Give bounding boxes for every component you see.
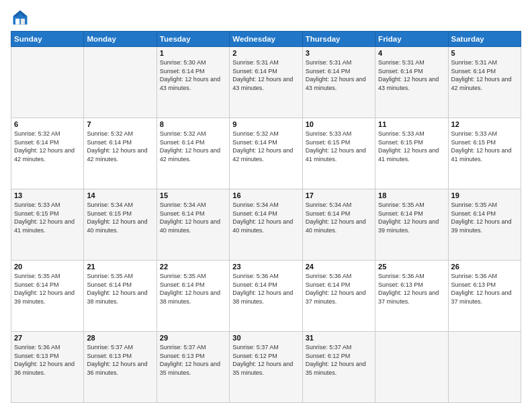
calendar-week-row: 20Sunrise: 5:35 AMSunset: 6:14 PMDayligh…	[11, 261, 521, 332]
day-info: Sunrise: 5:35 AMSunset: 6:14 PMDaylight:…	[160, 272, 226, 306]
day-info: Sunrise: 5:34 AMSunset: 6:14 PMDaylight:…	[306, 201, 372, 234]
day-number: 1	[160, 49, 226, 57]
calendar-cell: 19Sunrise: 5:35 AMSunset: 6:14 PMDayligh…	[448, 189, 521, 261]
day-number: 16	[232, 191, 299, 199]
day-info: Sunrise: 5:34 AMSunset: 6:14 PMDaylight:…	[160, 201, 226, 234]
day-number: 28	[87, 334, 153, 342]
day-info: Sunrise: 5:36 AMSunset: 6:13 PMDaylight:…	[378, 272, 445, 306]
day-number: 14	[87, 191, 153, 199]
day-number: 12	[451, 120, 518, 128]
calendar-week-row: 1Sunrise: 5:30 AMSunset: 6:14 PMDaylight…	[11, 47, 521, 118]
calendar-cell: 4Sunrise: 5:31 AMSunset: 6:14 PMDaylight…	[375, 47, 448, 118]
calendar-cell	[11, 47, 84, 118]
day-number: 25	[378, 263, 445, 271]
day-info: Sunrise: 5:35 AMSunset: 6:14 PMDaylight:…	[14, 272, 81, 306]
day-number: 18	[378, 191, 445, 199]
day-number: 6	[14, 120, 81, 128]
day-number: 4	[378, 49, 445, 57]
day-info: Sunrise: 5:36 AMSunset: 6:14 PMDaylight:…	[232, 272, 299, 306]
calendar-week-row: 6Sunrise: 5:32 AMSunset: 6:14 PMDaylight…	[11, 118, 521, 189]
logo-icon	[11, 8, 30, 27]
day-info: Sunrise: 5:33 AMSunset: 6:15 PMDaylight:…	[306, 130, 372, 163]
day-info: Sunrise: 5:36 AMSunset: 6:13 PMDaylight:…	[14, 343, 81, 377]
day-info: Sunrise: 5:31 AMSunset: 6:14 PMDaylight:…	[378, 58, 445, 92]
calendar-cell: 24Sunrise: 5:36 AMSunset: 6:14 PMDayligh…	[302, 261, 375, 332]
day-number: 22	[160, 263, 226, 271]
calendar-cell	[375, 332, 448, 403]
day-number: 20	[14, 263, 81, 271]
weekday-header: Monday	[84, 32, 157, 47]
day-number: 27	[14, 334, 81, 342]
page: SundayMondayTuesdayWednesdayThursdayFrid…	[0, 0, 532, 411]
day-number: 24	[306, 263, 372, 271]
calendar-cell: 5Sunrise: 5:31 AMSunset: 6:14 PMDaylight…	[448, 47, 521, 118]
logo	[11, 8, 32, 27]
header	[11, 8, 521, 27]
calendar-cell: 7Sunrise: 5:32 AMSunset: 6:14 PMDaylight…	[84, 118, 157, 189]
weekday-header: Sunday	[11, 32, 84, 47]
day-number: 31	[306, 334, 372, 342]
day-number: 3	[306, 49, 372, 57]
day-info: Sunrise: 5:35 AMSunset: 6:14 PMDaylight:…	[87, 272, 153, 306]
calendar-cell: 20Sunrise: 5:35 AMSunset: 6:14 PMDayligh…	[11, 261, 84, 332]
calendar-cell: 22Sunrise: 5:35 AMSunset: 6:14 PMDayligh…	[157, 261, 229, 332]
day-info: Sunrise: 5:36 AMSunset: 6:13 PMDaylight:…	[451, 272, 518, 306]
day-number: 2	[232, 49, 299, 57]
weekday-header: Saturday	[448, 32, 521, 47]
day-info: Sunrise: 5:31 AMSunset: 6:14 PMDaylight:…	[451, 58, 518, 92]
day-info: Sunrise: 5:32 AMSunset: 6:14 PMDaylight:…	[160, 130, 226, 163]
day-info: Sunrise: 5:32 AMSunset: 6:14 PMDaylight:…	[232, 130, 299, 163]
day-number: 11	[378, 120, 445, 128]
day-info: Sunrise: 5:32 AMSunset: 6:14 PMDaylight:…	[87, 130, 153, 163]
day-number: 5	[451, 49, 518, 57]
day-info: Sunrise: 5:34 AMSunset: 6:15 PMDaylight:…	[87, 201, 153, 234]
day-number: 21	[87, 263, 153, 271]
day-info: Sunrise: 5:31 AMSunset: 6:14 PMDaylight:…	[232, 58, 299, 92]
day-info: Sunrise: 5:35 AMSunset: 6:14 PMDaylight:…	[451, 201, 518, 234]
calendar-week-row: 27Sunrise: 5:36 AMSunset: 6:13 PMDayligh…	[11, 332, 521, 403]
calendar-cell	[448, 332, 521, 403]
day-number: 10	[306, 120, 372, 128]
day-number: 23	[232, 263, 299, 271]
calendar-cell: 17Sunrise: 5:34 AMSunset: 6:14 PMDayligh…	[302, 189, 375, 261]
day-number: 29	[160, 334, 226, 342]
calendar-cell	[84, 47, 157, 118]
calendar-cell: 12Sunrise: 5:33 AMSunset: 6:15 PMDayligh…	[448, 118, 521, 189]
calendar-cell: 30Sunrise: 5:37 AMSunset: 6:12 PMDayligh…	[230, 332, 302, 403]
day-info: Sunrise: 5:30 AMSunset: 6:14 PMDaylight:…	[160, 58, 226, 92]
day-info: Sunrise: 5:33 AMSunset: 6:15 PMDaylight:…	[378, 130, 445, 163]
day-info: Sunrise: 5:33 AMSunset: 6:15 PMDaylight:…	[451, 130, 518, 163]
weekday-header: Tuesday	[157, 32, 229, 47]
calendar-week-row: 13Sunrise: 5:33 AMSunset: 6:15 PMDayligh…	[11, 189, 521, 261]
calendar-cell: 16Sunrise: 5:34 AMSunset: 6:14 PMDayligh…	[230, 189, 302, 261]
calendar-cell: 29Sunrise: 5:37 AMSunset: 6:13 PMDayligh…	[157, 332, 229, 403]
calendar-table: SundayMondayTuesdayWednesdayThursdayFrid…	[11, 31, 521, 403]
calendar-cell: 18Sunrise: 5:35 AMSunset: 6:14 PMDayligh…	[375, 189, 448, 261]
calendar-cell: 27Sunrise: 5:36 AMSunset: 6:13 PMDayligh…	[11, 332, 84, 403]
weekday-header-row: SundayMondayTuesdayWednesdayThursdayFrid…	[11, 32, 521, 47]
day-number: 7	[87, 120, 153, 128]
calendar-cell: 26Sunrise: 5:36 AMSunset: 6:13 PMDayligh…	[448, 261, 521, 332]
calendar-cell: 13Sunrise: 5:33 AMSunset: 6:15 PMDayligh…	[11, 189, 84, 261]
day-info: Sunrise: 5:32 AMSunset: 6:14 PMDaylight:…	[14, 130, 81, 163]
day-info: Sunrise: 5:34 AMSunset: 6:14 PMDaylight:…	[232, 201, 299, 234]
weekday-header: Friday	[375, 32, 448, 47]
calendar-cell: 31Sunrise: 5:37 AMSunset: 6:12 PMDayligh…	[302, 332, 375, 403]
svg-rect-3	[21, 19, 25, 25]
day-info: Sunrise: 5:36 AMSunset: 6:14 PMDaylight:…	[306, 272, 372, 306]
day-info: Sunrise: 5:31 AMSunset: 6:14 PMDaylight:…	[306, 58, 372, 92]
day-number: 30	[232, 334, 299, 342]
calendar-cell: 9Sunrise: 5:32 AMSunset: 6:14 PMDaylight…	[230, 118, 302, 189]
calendar-cell: 2Sunrise: 5:31 AMSunset: 6:14 PMDaylight…	[230, 47, 302, 118]
calendar-cell: 6Sunrise: 5:32 AMSunset: 6:14 PMDaylight…	[11, 118, 84, 189]
calendar-cell: 23Sunrise: 5:36 AMSunset: 6:14 PMDayligh…	[230, 261, 302, 332]
day-number: 26	[451, 263, 518, 271]
calendar-cell: 1Sunrise: 5:30 AMSunset: 6:14 PMDaylight…	[157, 47, 229, 118]
day-info: Sunrise: 5:33 AMSunset: 6:15 PMDaylight:…	[14, 201, 81, 234]
day-number: 13	[14, 191, 81, 199]
calendar-cell: 15Sunrise: 5:34 AMSunset: 6:14 PMDayligh…	[157, 189, 229, 261]
day-number: 15	[160, 191, 226, 199]
svg-rect-2	[15, 19, 19, 25]
calendar-cell: 21Sunrise: 5:35 AMSunset: 6:14 PMDayligh…	[84, 261, 157, 332]
calendar-cell: 11Sunrise: 5:33 AMSunset: 6:15 PMDayligh…	[375, 118, 448, 189]
